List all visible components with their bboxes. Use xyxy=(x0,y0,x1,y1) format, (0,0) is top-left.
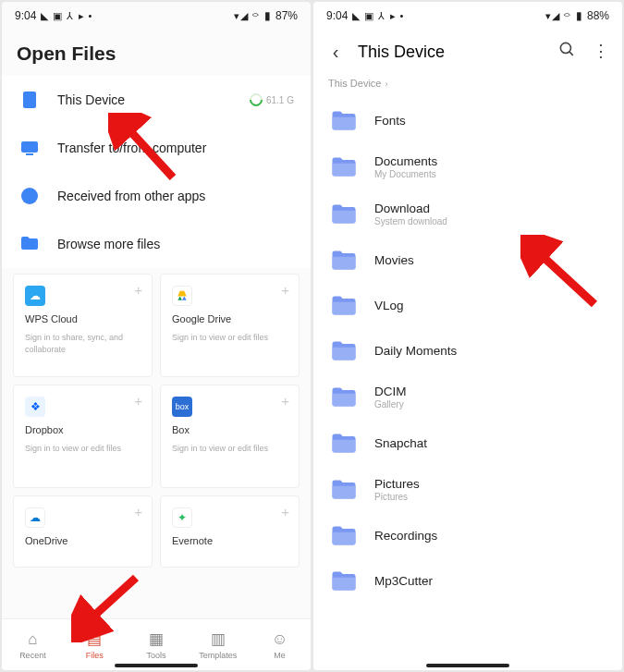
cloud-dropbox[interactable]: + ❖ Dropbox Sign in to view or edit file… xyxy=(13,385,153,488)
phone-open-files: 9:04 ◣ ▣ ⅄ ▸ • ▾◢ ⌔ ▮ 87% Open Files Thi… xyxy=(2,2,311,670)
item-this-device[interactable]: This Device 61.1 G xyxy=(2,76,311,124)
folder-item[interactable]: Snapchat xyxy=(313,421,622,466)
folder-icon xyxy=(330,385,358,409)
cloud-services-row-3: + ☁ OneDrive + ✦ Evernote xyxy=(2,495,311,568)
folder-subtitle: My Documents xyxy=(374,169,437,179)
status-battery: 88% xyxy=(587,9,609,22)
folder-icon xyxy=(330,569,358,593)
google-drive-icon xyxy=(172,286,192,306)
person-icon: ☺ xyxy=(272,630,288,649)
nav-recent[interactable]: ⌂ Recent xyxy=(2,619,64,670)
home-indicator[interactable] xyxy=(115,664,198,667)
battery-icon: ▮ xyxy=(264,9,271,22)
add-icon[interactable]: + xyxy=(134,393,142,409)
folder-icon xyxy=(330,339,358,362)
wps-cloud-icon: ☁ xyxy=(25,286,45,306)
status-signal-icons: ▾◢ ⌔ xyxy=(234,10,260,22)
status-battery: 87% xyxy=(275,9,298,22)
folder-subtitle: Gallery xyxy=(374,399,407,409)
folder-icon xyxy=(330,202,358,226)
svg-rect-1 xyxy=(21,141,38,153)
status-time: 9:04 xyxy=(326,9,348,22)
add-icon[interactable]: + xyxy=(281,282,289,298)
status-app-icons: ◣ ▣ ⅄ ▸ • xyxy=(352,10,404,22)
folder-item[interactable]: Fonts xyxy=(313,98,622,143)
home-icon: ⌂ xyxy=(28,630,37,649)
folder-item[interactable]: PicturesPictures xyxy=(313,466,622,513)
folder-name: Movies xyxy=(374,253,414,267)
svg-rect-0 xyxy=(23,92,36,108)
item-transfer[interactable]: Transfer to/from computer xyxy=(2,124,311,172)
home-indicator[interactable] xyxy=(426,664,509,667)
add-icon[interactable]: + xyxy=(281,393,289,409)
folder-name: Download xyxy=(374,202,447,215)
cloud-evernote[interactable]: + ✦ Evernote xyxy=(160,495,300,568)
box-icon: box xyxy=(172,397,192,417)
folder-item[interactable]: DCIMGallery xyxy=(313,373,622,421)
onedrive-icon: ☁ xyxy=(25,507,45,528)
folder-name: Pictures xyxy=(374,477,420,491)
received-icon xyxy=(18,185,41,207)
folder-icon xyxy=(330,249,358,272)
nav-templates[interactable]: ▥ Templates xyxy=(187,619,249,670)
folder-item[interactable]: Recordings xyxy=(313,513,622,558)
folder-name: DCIM xyxy=(374,385,407,398)
nav-me[interactable]: ☺ Me xyxy=(249,619,311,670)
folder-item[interactable]: VLog xyxy=(313,283,622,328)
storage-badge: 61.1 G xyxy=(250,93,294,106)
folder-item[interactable]: Daily Moments xyxy=(313,328,622,373)
nav-tools[interactable]: ▦ Tools xyxy=(126,619,188,670)
status-time: 9:04 xyxy=(15,9,36,22)
folder-name: Fonts xyxy=(374,114,406,128)
cloud-services-grid: + ☁ WPS Cloud Sign in to share, sync, an… xyxy=(2,274,311,488)
folder-subtitle: System download xyxy=(374,216,447,226)
dropbox-icon: ❖ xyxy=(25,397,45,417)
page-title: Open Files xyxy=(2,30,311,76)
svg-point-6 xyxy=(560,43,570,53)
item-browse-more[interactable]: Browse more files xyxy=(2,220,311,268)
battery-icon: ▮ xyxy=(576,9,582,22)
add-icon[interactable]: + xyxy=(134,282,142,298)
status-app-icons: ◣ ▣ ⅄ ▸ • xyxy=(41,10,92,22)
templates-icon: ▥ xyxy=(211,629,226,649)
folder-icon xyxy=(330,524,358,547)
item-received[interactable]: Received from other apps xyxy=(2,172,311,220)
search-icon[interactable] xyxy=(558,41,576,63)
add-icon[interactable]: + xyxy=(281,504,289,519)
svg-point-3 xyxy=(21,188,38,204)
folder-icon xyxy=(330,155,358,178)
page-title: This Device xyxy=(358,43,545,62)
computer-icon xyxy=(18,137,41,159)
folder-name: Snapchat xyxy=(374,436,427,450)
chevron-right-icon: › xyxy=(385,79,387,89)
files-icon: ▤ xyxy=(87,629,102,649)
more-icon[interactable]: ⋮ xyxy=(593,41,609,63)
cloud-wps[interactable]: + ☁ WPS Cloud Sign in to share, sync, an… xyxy=(13,274,153,377)
folder-name: Recordings xyxy=(374,529,437,543)
svg-rect-2 xyxy=(26,153,33,155)
svg-line-7 xyxy=(569,52,573,55)
back-button[interactable]: ‹ xyxy=(326,42,345,63)
folder-name: Daily Moments xyxy=(374,344,457,358)
folder-icon xyxy=(330,432,358,455)
cloud-onedrive[interactable]: + ☁ OneDrive xyxy=(13,495,153,568)
folder-list[interactable]: FontsDocumentsMy DocumentsDownloadSystem… xyxy=(313,98,622,670)
folder-name: Documents xyxy=(374,154,437,168)
cloud-google-drive[interactable]: + Google Drive Sign in to view or edit f… xyxy=(160,274,300,377)
nav-files[interactable]: ▤ Files xyxy=(64,619,126,670)
storage-ring-icon xyxy=(247,91,265,109)
tools-icon: ▦ xyxy=(149,629,164,649)
bottom-nav: ⌂ Recent ▤ Files ▦ Tools ▥ Templates ☺ M… xyxy=(2,618,311,670)
folder-icon xyxy=(330,294,358,317)
folder-item[interactable]: Movies xyxy=(313,238,622,283)
status-bar: 9:04 ◣ ▣ ⅄ ▸ • ▾◢ ⌔ ▮ 87% xyxy=(2,2,311,30)
cloud-box[interactable]: + box Box Sign in to view or edit files xyxy=(160,385,300,488)
status-bar: 9:04 ◣ ▣ ⅄ ▸ • ▾◢ ⌔ ▮ 88% xyxy=(313,2,622,30)
breadcrumb[interactable]: This Device› xyxy=(313,74,622,98)
folder-icon xyxy=(330,109,358,132)
folder-item[interactable]: DocumentsMy Documents xyxy=(313,143,622,190)
folder-explore-icon xyxy=(18,233,41,255)
folder-item[interactable]: Mp3Cutter xyxy=(313,558,622,604)
add-icon[interactable]: + xyxy=(134,504,142,519)
folder-item[interactable]: DownloadSystem download xyxy=(313,190,622,238)
